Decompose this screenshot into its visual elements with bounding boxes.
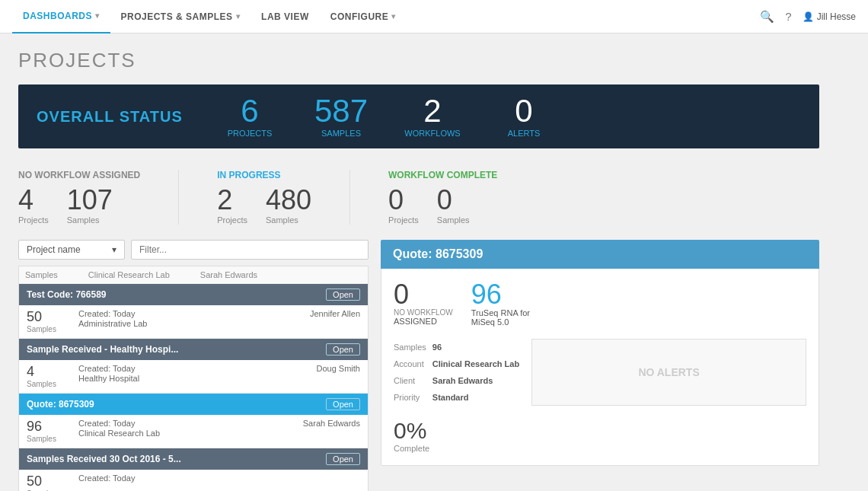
project-item-1: Test Code: 766589 Open 50 Samples Create… bbox=[19, 284, 368, 339]
stat-projects: 6 Projects bbox=[219, 95, 280, 138]
quote-detail-keys: SamplesAccountClientPriority bbox=[394, 339, 426, 406]
search-icon[interactable]: 🔍 bbox=[760, 10, 774, 24]
quote-truseq-num: 96 bbox=[471, 281, 530, 308]
lab-3: Clinical Research Lab bbox=[78, 429, 297, 438]
created-4: Created: Today bbox=[78, 473, 354, 483]
right-panel: Quote: 8675309 0 NO WORKFLOW ASSIGNED 96… bbox=[381, 240, 819, 491]
project-item-header-2[interactable]: Sample Received - Healthy Hospi... Open bbox=[19, 339, 368, 360]
col-samples: Samples bbox=[25, 270, 58, 279]
bottom-panels: Project name ▾ Samples Clinical Research… bbox=[18, 240, 819, 491]
quote-body: 0 NO WORKFLOW ASSIGNED 96 TruSeq RNA for… bbox=[381, 269, 819, 466]
in-progress-projects-label: Projects bbox=[217, 215, 247, 225]
nav-label-labview: LAB VIEW bbox=[261, 11, 309, 22]
nav-item-dashboards[interactable]: DASHBOARDS ▾ bbox=[12, 0, 110, 33]
quote-details: SamplesAccountClientPriority 96Clinical … bbox=[394, 339, 806, 406]
lab-1: Administrative Lab bbox=[78, 319, 304, 328]
project-item-body-1: 50 Samples Created: Today Administrative… bbox=[19, 305, 368, 338]
no-workflow-samples-num: 107 bbox=[67, 187, 113, 214]
complete-projects: 0 Projects bbox=[388, 187, 419, 225]
project-item-header-4[interactable]: Samples Received 30 Oct 2016 - 5... Open bbox=[19, 448, 368, 470]
owner-1: Jennifer Allen bbox=[310, 309, 360, 333]
status-row: NO WORKFLOW ASSIGNED 4 Projects 107 Samp… bbox=[18, 161, 819, 240]
quote-no-workflow-num: 0 bbox=[394, 281, 453, 308]
chevron-down-icon: ▾ bbox=[95, 11, 100, 20]
project-item-4: Samples Received 30 Oct 2016 - 5... Open… bbox=[19, 448, 368, 491]
samples-num-1: 50 bbox=[27, 309, 72, 325]
project-name-dropdown[interactable]: Project name ▾ bbox=[18, 240, 125, 260]
open-button-2[interactable]: Open bbox=[326, 343, 360, 355]
divider-1 bbox=[178, 170, 179, 225]
project-name-3: Quote: 8675309 bbox=[27, 399, 94, 410]
quote-no-workflow-label: NO WORKFLOW bbox=[394, 308, 453, 317]
progress-section: 0% Complete bbox=[394, 418, 806, 453]
nav-item-configure[interactable]: CONFIGURE ▾ bbox=[320, 0, 407, 33]
open-button-1[interactable]: Open bbox=[326, 289, 360, 301]
created-3: Created: Today bbox=[78, 419, 297, 428]
project-meta-4: Created: Today bbox=[78, 473, 354, 491]
nav-label-projects: PROJECTS & SAMPLES bbox=[121, 11, 233, 22]
open-button-4[interactable]: Open bbox=[326, 453, 360, 465]
filter-input[interactable] bbox=[131, 240, 369, 260]
in-progress-samples: 480 Samples bbox=[266, 187, 311, 225]
no-workflow-samples-label: Samples bbox=[67, 215, 113, 225]
navbar: DASHBOARDS ▾ PROJECTS & SAMPLES ▾ LAB VI… bbox=[0, 0, 868, 33]
stat-alerts-num: 0 bbox=[515, 95, 532, 127]
nav-right: 🔍 ? 👤 Jill Hesse bbox=[760, 10, 856, 24]
project-item-header-1[interactable]: Test Code: 766589 Open bbox=[19, 284, 368, 305]
col-owner: Sarah Edwards bbox=[200, 270, 257, 279]
overall-status-banner: OVERALL STATUS 6 Projects 587 Samples 2 … bbox=[18, 84, 819, 148]
page-title: PROJECTS bbox=[18, 49, 819, 72]
complete-projects-label: Projects bbox=[388, 215, 419, 225]
stat-projects-label: Projects bbox=[228, 129, 273, 138]
project-samples-1: 50 Samples bbox=[27, 309, 72, 333]
owner-3: Sarah Edwards bbox=[303, 419, 360, 443]
complete-samples-num: 0 bbox=[437, 187, 470, 214]
nav-item-labview[interactable]: LAB VIEW bbox=[251, 0, 320, 33]
stat-workflows: 2 Workflows bbox=[402, 95, 463, 138]
project-meta-2: Created: Today Healthy Hospital bbox=[78, 364, 311, 388]
created-1: Created: Today bbox=[78, 309, 304, 318]
project-item-header-3[interactable]: Quote: 8675309 Open bbox=[19, 394, 368, 415]
status-group-no-workflow: NO WORKFLOW ASSIGNED 4 Projects 107 Samp… bbox=[18, 170, 140, 225]
project-name-2: Sample Received - Healthy Hospi... bbox=[27, 344, 178, 355]
project-item-body-2: 4 Samples Created: Today Healthy Hospita… bbox=[19, 360, 368, 393]
no-workflow-samples: 107 Samples bbox=[67, 187, 113, 225]
no-workflow-projects-label: Projects bbox=[18, 215, 49, 225]
no-workflow-projects-num: 4 bbox=[18, 187, 49, 214]
no-workflow-projects: 4 Projects bbox=[18, 187, 49, 225]
quote-detail-kv: SamplesAccountClientPriority 96Clinical … bbox=[394, 339, 519, 406]
col-lab: Clinical Research Lab bbox=[88, 270, 170, 279]
dropdown-label: Project name bbox=[27, 244, 81, 255]
stat-samples-num: 587 bbox=[314, 95, 368, 127]
quote-detail-values: 96Clinical Research LabSarah EdwardsStan… bbox=[432, 339, 519, 406]
quote-no-workflow-sublabel: ASSIGNED bbox=[394, 317, 453, 326]
quote-stat-no-workflow: 0 NO WORKFLOW ASSIGNED bbox=[394, 281, 453, 327]
user-menu[interactable]: 👤 Jill Hesse bbox=[803, 11, 856, 22]
stat-workflows-label: Workflows bbox=[404, 129, 460, 138]
nav-label-configure: CONFIGURE bbox=[330, 11, 389, 22]
samples-label-1: Samples bbox=[27, 325, 72, 333]
stat-workflows-num: 2 bbox=[423, 95, 441, 127]
project-name-1: Test Code: 766589 bbox=[27, 289, 107, 300]
project-item-body-3: 96 Samples Created: Today Clinical Resea… bbox=[19, 415, 368, 448]
project-samples-3: 96 Samples bbox=[27, 419, 72, 443]
stat-alerts-label: Alerts bbox=[508, 129, 541, 138]
no-alerts-text: NO ALERTS bbox=[638, 366, 699, 378]
samples-num-3: 96 bbox=[27, 419, 72, 435]
quote-header: Quote: 8675309 bbox=[381, 240, 819, 269]
quote-stat-truseq: 96 TruSeq RNA for MiSeq 5.0 bbox=[471, 281, 530, 327]
user-icon: 👤 bbox=[803, 11, 814, 22]
complete-samples: 0 Samples bbox=[437, 187, 470, 225]
stat-alerts: 0 Alerts bbox=[493, 95, 554, 138]
nav-item-projects-samples[interactable]: PROJECTS & SAMPLES ▾ bbox=[110, 0, 251, 33]
overall-status-title: OVERALL STATUS bbox=[37, 108, 189, 126]
help-icon[interactable]: ? bbox=[785, 10, 791, 23]
quote-truseq-sublabel: MiSeq 5.0 bbox=[471, 317, 530, 327]
samples-label-3: Samples bbox=[27, 435, 72, 443]
filter-row: Project name ▾ bbox=[18, 240, 369, 260]
project-item-body-4: 50 Samples Created: Today bbox=[19, 470, 368, 491]
samples-num-4: 50 bbox=[27, 473, 72, 489]
samples-num-2: 4 bbox=[27, 364, 72, 380]
open-button-3[interactable]: Open bbox=[326, 398, 360, 410]
created-2: Created: Today bbox=[78, 364, 311, 373]
